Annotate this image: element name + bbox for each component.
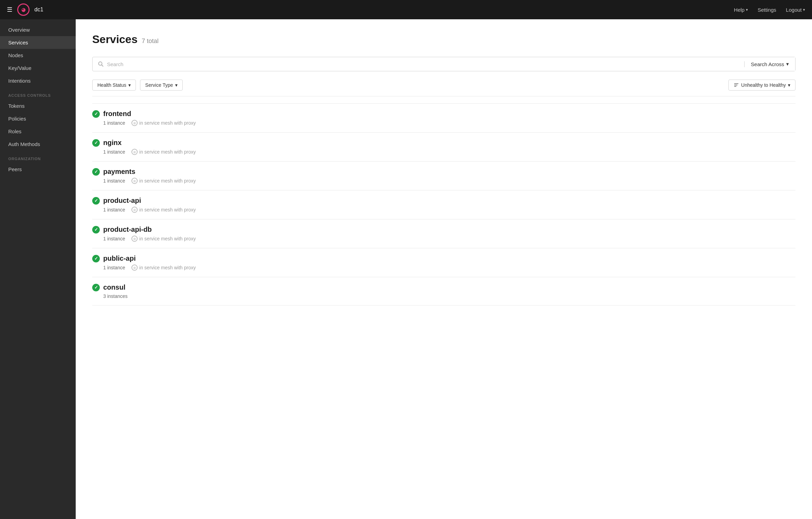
filters-row: Health Status ▾ Service Type ▾ Unhealthy… bbox=[92, 80, 795, 96]
health-filter-chevron-icon: ▾ bbox=[128, 82, 131, 88]
instance-count: 1 instance bbox=[103, 236, 125, 241]
mesh-badge: ⊗in service mesh with proxy bbox=[131, 264, 196, 271]
page-title: Services bbox=[92, 33, 138, 46]
mesh-badge: ⊗in service mesh with proxy bbox=[131, 207, 196, 213]
health-icon bbox=[92, 139, 100, 147]
sidebar-item-roles[interactable]: Roles bbox=[0, 125, 76, 138]
mesh-icon: ⊗ bbox=[131, 236, 138, 242]
page-count: 7 total bbox=[142, 38, 159, 45]
sidebar-item-nodes[interactable]: Nodes bbox=[0, 49, 76, 62]
logout-chevron-icon: ▾ bbox=[803, 8, 805, 12]
mesh-icon: ⊗ bbox=[131, 178, 138, 184]
mesh-icon: ⊗ bbox=[131, 264, 138, 271]
service-row[interactable]: product-api-db1 instance⊗in service mesh… bbox=[92, 219, 795, 248]
search-across-chevron-icon: ▾ bbox=[786, 61, 789, 67]
access-controls-section-label: ACCESS CONTROLS bbox=[0, 87, 76, 100]
instance-count: 3 instances bbox=[103, 293, 128, 299]
mesh-label: in service mesh with proxy bbox=[139, 265, 196, 270]
sort-button[interactable]: Unhealthy to Healthy ▾ bbox=[728, 80, 795, 91]
search-input[interactable] bbox=[107, 61, 739, 67]
sidebar-item-policies[interactable]: Policies bbox=[0, 112, 76, 125]
sidebar: Overview Services Nodes Key/Value Intent… bbox=[0, 19, 76, 519]
svg-line-1 bbox=[102, 65, 103, 66]
mesh-icon: ⊗ bbox=[131, 120, 138, 126]
hamburger-icon[interactable]: ☰ bbox=[7, 6, 12, 13]
service-name: public-api bbox=[103, 255, 136, 262]
health-icon bbox=[92, 255, 100, 262]
service-row[interactable]: nginx1 instance⊗in service mesh with pro… bbox=[92, 133, 795, 162]
health-icon bbox=[92, 197, 100, 205]
mesh-label: in service mesh with proxy bbox=[139, 178, 196, 184]
health-icon bbox=[92, 284, 100, 291]
search-row: Search Across ▾ bbox=[92, 57, 795, 71]
mesh-badge: ⊗in service mesh with proxy bbox=[131, 236, 196, 242]
settings-button[interactable]: Settings bbox=[758, 7, 776, 13]
service-row[interactable]: consul3 instances bbox=[92, 277, 795, 305]
sort-icon bbox=[734, 82, 739, 88]
mesh-icon: ⊗ bbox=[131, 207, 138, 213]
topnav: ☰ ◕ dc1 Help ▾ Settings Logout ▾ bbox=[0, 0, 812, 19]
search-icon bbox=[98, 61, 104, 67]
sidebar-item-services[interactable]: Services bbox=[0, 36, 76, 49]
logo-text: ◕ bbox=[21, 7, 25, 12]
instance-count: 1 instance bbox=[103, 120, 125, 126]
mesh-label: in service mesh with proxy bbox=[139, 207, 196, 212]
mesh-badge: ⊗in service mesh with proxy bbox=[131, 178, 196, 184]
instance-count: 1 instance bbox=[103, 178, 125, 184]
search-input-wrap bbox=[93, 61, 745, 67]
instance-count: 1 instance bbox=[103, 149, 125, 155]
help-chevron-icon: ▾ bbox=[746, 8, 748, 12]
service-name: product-api-db bbox=[103, 226, 152, 233]
service-type-filter[interactable]: Service Type ▾ bbox=[140, 80, 183, 91]
help-button[interactable]: Help ▾ bbox=[734, 7, 748, 13]
service-name: product-api bbox=[103, 197, 141, 205]
health-icon bbox=[92, 110, 100, 118]
service-name: payments bbox=[103, 168, 135, 176]
main-content: Services 7 total Search Across ▾ Health … bbox=[76, 19, 812, 519]
consul-logo: ◕ bbox=[17, 3, 30, 16]
health-status-filter[interactable]: Health Status ▾ bbox=[92, 80, 136, 91]
mesh-badge: ⊗in service mesh with proxy bbox=[131, 120, 196, 126]
sidebar-item-auth-methods[interactable]: Auth Methods bbox=[0, 138, 76, 150]
logout-button[interactable]: Logout ▾ bbox=[786, 7, 805, 13]
service-row[interactable]: frontend1 instance⊗in service mesh with … bbox=[92, 103, 795, 133]
service-list: frontend1 instance⊗in service mesh with … bbox=[92, 103, 795, 305]
mesh-icon: ⊗ bbox=[131, 149, 138, 155]
organization-section-label: ORGANIZATION bbox=[0, 150, 76, 163]
sort-chevron-icon: ▾ bbox=[788, 82, 790, 88]
mesh-label: in service mesh with proxy bbox=[139, 236, 196, 241]
sidebar-item-intentions[interactable]: Intentions bbox=[0, 74, 76, 87]
mesh-label: in service mesh with proxy bbox=[139, 149, 196, 155]
datacenter-label: dc1 bbox=[34, 7, 43, 13]
search-across-button[interactable]: Search Across ▾ bbox=[745, 57, 795, 71]
service-row[interactable]: product-api1 instance⊗in service mesh wi… bbox=[92, 190, 795, 219]
health-icon bbox=[92, 226, 100, 233]
service-name: frontend bbox=[103, 110, 131, 118]
service-row[interactable]: public-api1 instance⊗in service mesh wit… bbox=[92, 248, 795, 277]
service-name: nginx bbox=[103, 139, 121, 147]
sidebar-item-overview[interactable]: Overview bbox=[0, 23, 76, 36]
instance-count: 1 instance bbox=[103, 207, 125, 212]
mesh-badge: ⊗in service mesh with proxy bbox=[131, 149, 196, 155]
service-row[interactable]: payments1 instance⊗in service mesh with … bbox=[92, 162, 795, 190]
sidebar-item-keyvalue[interactable]: Key/Value bbox=[0, 62, 76, 74]
type-filter-chevron-icon: ▾ bbox=[175, 82, 178, 88]
page-header: Services 7 total bbox=[92, 33, 795, 46]
sidebar-item-tokens[interactable]: Tokens bbox=[0, 100, 76, 112]
instance-count: 1 instance bbox=[103, 265, 125, 270]
service-name: consul bbox=[103, 283, 125, 291]
health-icon bbox=[92, 168, 100, 176]
mesh-label: in service mesh with proxy bbox=[139, 120, 196, 126]
sidebar-item-peers[interactable]: Peers bbox=[0, 163, 76, 176]
